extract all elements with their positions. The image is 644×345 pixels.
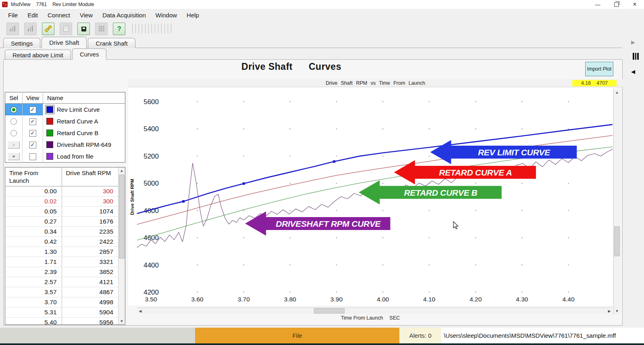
tab-drive-shaft[interactable]: Drive Shaft [42, 37, 87, 48]
menu-help[interactable]: Help [182, 10, 204, 20]
grid-dot [150, 237, 152, 238]
rpm-cell[interactable]: 2235 [62, 227, 118, 237]
grid-dot [382, 101, 384, 102]
connector-icon [44, 24, 53, 33]
import-plot-button[interactable]: Import Plot [585, 62, 613, 76]
status-file-segment[interactable]: File [195, 328, 399, 343]
time-cell[interactable]: 1.30 [5, 247, 62, 257]
x-tick-label: 4.40 [562, 296, 575, 303]
rpm-cell[interactable]: 3321 [62, 257, 118, 267]
grid-dot [197, 210, 198, 211]
primary-tab-strip: SettingsDrive ShaftCrank Shaft [0, 36, 622, 48]
view-checkbox[interactable]: ✓ [29, 130, 36, 137]
rpm-cell[interactable]: 5956 [62, 318, 118, 325]
time-cell[interactable]: 0.00 [5, 186, 62, 197]
scroll-up-icon[interactable]: ▲ [118, 167, 125, 174]
menu-file[interactable]: File [3, 10, 23, 20]
h-scrollbar-thumb[interactable] [314, 308, 345, 314]
curve-color-swatch[interactable] [46, 153, 53, 160]
view-checkbox[interactable]: ✓ [29, 118, 36, 125]
v-scrollbar-thumb[interactable] [614, 226, 620, 256]
menu-connect[interactable]: Connect [43, 10, 75, 20]
scroll-down-icon[interactable]: ▼ [118, 318, 125, 324]
select-radio[interactable] [10, 118, 17, 125]
rpm-cell[interactable]: 300 [62, 186, 118, 197]
view-checkbox[interactable]: ✓ [29, 142, 36, 148]
time-cell[interactable]: 0.05 [5, 207, 62, 217]
data-table-scrollbar[interactable]: ▲ ▼ [118, 167, 125, 324]
scroll-left-icon[interactable]: ◀ [137, 308, 143, 314]
chart-h-scrollbar[interactable]: ◀ ▶ [137, 307, 613, 314]
rpm-cell[interactable]: 3852 [62, 267, 118, 277]
time-cell[interactable]: 2.39 [5, 267, 62, 277]
sel-cell: - [5, 139, 23, 151]
view-cell: ✓ [23, 115, 43, 127]
subtab-curves[interactable]: Curves [72, 48, 107, 60]
help-button[interactable]: ? [113, 23, 125, 35]
select-radio[interactable] [10, 130, 17, 136]
rpm-cell[interactable]: 4867 [62, 287, 118, 297]
scroll-right-icon[interactable]: ▶ [606, 308, 613, 314]
menu-view[interactable]: View [75, 10, 98, 20]
name-cell: Retard Curve B [43, 127, 125, 139]
time-cell[interactable]: 5.31 [5, 307, 62, 318]
rpm-cell[interactable]: 2857 [62, 247, 118, 257]
scrollbar-thumb[interactable] [119, 175, 125, 259]
select-radio[interactable] [10, 107, 17, 113]
menu-window[interactable]: Window [151, 10, 182, 20]
tab-overflow-right-icon[interactable]: ▶ [631, 39, 635, 45]
time-cell[interactable]: 0.42 [5, 237, 62, 247]
save-button[interactable] [77, 23, 90, 35]
view-checkbox[interactable] [29, 153, 36, 160]
close-button[interactable]: × [625, 0, 644, 9]
minimize-button[interactable]: — [588, 0, 607, 9]
restore-button[interactable] [607, 0, 625, 9]
time-cell[interactable]: 5.40 [5, 318, 62, 325]
subtab-retard-above-limit[interactable]: Retard above Limit [5, 50, 71, 60]
time-cell[interactable]: 0.27 [5, 217, 62, 227]
grid-dot [197, 264, 198, 266]
rpm-cell[interactable]: 2422 [62, 237, 118, 247]
curve-color-swatch[interactable] [46, 106, 53, 113]
curve-color-swatch[interactable] [46, 141, 53, 148]
pane-grip-icon[interactable] [633, 53, 639, 60]
connect-button[interactable] [42, 23, 54, 35]
time-cell[interactable]: 1.71 [5, 257, 62, 267]
grid-dot [382, 183, 384, 184]
table-row: 0.051074 [5, 207, 118, 217]
rpm-cell[interactable]: 300 [62, 197, 118, 207]
chart-icon [27, 25, 35, 33]
add-curve-button[interactable]: + [8, 153, 20, 160]
menu-edit[interactable]: Edit [23, 10, 43, 20]
scroll-down-icon[interactable]: ▼ [614, 308, 620, 314]
tab-settings[interactable]: Settings [3, 38, 40, 48]
rpm-cell[interactable]: 5904 [62, 307, 118, 318]
mouse-cursor [453, 221, 459, 232]
help-icon: ? [115, 25, 123, 33]
data-col-drive-shaft-rpm: Drive Shaft RPM [62, 167, 118, 186]
chart-v-scrollbar[interactable]: ▲ ▼ [613, 89, 620, 314]
tab-crank-shaft[interactable]: Crank Shaft [88, 38, 135, 48]
remove-curve-button[interactable]: - [8, 141, 20, 148]
rpm-cell[interactable]: 1074 [62, 207, 118, 217]
curve-color-swatch[interactable] [46, 130, 53, 136]
grid-dot [336, 264, 337, 266]
time-cell[interactable]: 2.57 [5, 277, 62, 287]
rpm-cell[interactable]: 4998 [62, 297, 118, 307]
time-cell[interactable]: 3.70 [5, 297, 62, 307]
rpm-cell[interactable]: 4121 [62, 277, 118, 287]
grid-dot [336, 128, 337, 130]
time-cell[interactable]: 0.34 [5, 227, 62, 237]
status-alerts-segment[interactable]: Alerts: 0 [399, 328, 441, 343]
data-col-time-from-launch: Time From Launch [5, 167, 62, 186]
plot-canvas[interactable]: 560054005200500048004600440042003.503.60… [128, 88, 613, 305]
view-checkbox[interactable]: ✓ [29, 107, 36, 113]
table-row: 3.574867 [5, 287, 118, 297]
rpm-cell[interactable]: 1676 [62, 217, 118, 227]
menu-data-acquisition[interactable]: Data Acquisition [98, 10, 151, 20]
scroll-up-icon[interactable]: ▲ [614, 89, 620, 96]
collapse-left-icon[interactable]: ◀ [631, 69, 635, 75]
time-cell[interactable]: 3.57 [5, 287, 62, 297]
time-cell[interactable]: 0.02 [5, 197, 62, 207]
curve-color-swatch[interactable] [46, 118, 53, 125]
